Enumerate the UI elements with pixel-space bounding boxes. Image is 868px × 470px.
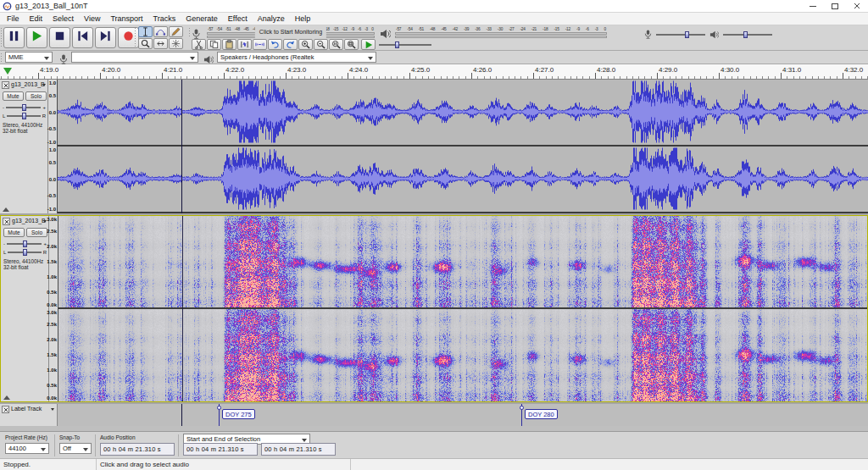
slider-thumb[interactable] — [22, 113, 26, 119]
slider-thumb[interactable] — [395, 41, 399, 48]
cut-button[interactable] — [192, 39, 206, 50]
timeline-ruler[interactable]: 4:19.04:20.04:21.04:22.04:23.04:24.04:25… — [0, 64, 868, 80]
snap-to-select[interactable]: Off — [59, 443, 92, 454]
collapse-button[interactable] — [3, 395, 10, 400]
slider-thumb[interactable] — [23, 241, 27, 247]
timeshift-tool-button[interactable] — [153, 38, 168, 49]
zoom-tool-button[interactable] — [138, 38, 153, 49]
spectrogram-canvas[interactable] — [58, 216, 867, 401]
play-at-speed-button[interactable] — [361, 39, 376, 50]
play-speed-slider[interactable] — [379, 44, 431, 46]
solo-button[interactable]: Solo — [25, 91, 47, 101]
menu-select[interactable]: Select — [47, 14, 79, 24]
menu-help[interactable]: Help — [290, 14, 316, 24]
pan-groove[interactable] — [8, 252, 41, 253]
project-rate-label: Project Rate (Hz) — [5, 434, 47, 440]
timeline-tick — [70, 76, 70, 79]
meter-scale-value: -27 — [509, 27, 514, 31]
waveform-canvas[interactable] — [58, 80, 868, 213]
timeline-tick — [372, 76, 373, 79]
toolbar-grip[interactable] — [0, 53, 3, 63]
zoom-fit-button[interactable] — [344, 39, 359, 50]
redo-button[interactable] — [283, 39, 298, 50]
track-name-menu[interactable]: g13_2013_B — [12, 218, 47, 226]
selection-start-field[interactable]: 00 h 04 m 21.310 s — [183, 443, 258, 456]
solo-button[interactable]: Solo — [26, 228, 47, 237]
menu-view[interactable]: View — [79, 14, 105, 24]
slider-thumb[interactable] — [22, 104, 26, 111]
slider-thumb[interactable] — [743, 31, 748, 38]
audio-host-select[interactable]: MME — [5, 52, 53, 63]
silence-button[interactable] — [253, 39, 267, 50]
transport-stop-button[interactable] — [49, 27, 70, 48]
menu-effect[interactable]: Effect — [223, 14, 253, 24]
audio-position-field[interactable]: 00 h 04 m 21.310 s — [100, 443, 175, 456]
mute-button[interactable]: Mute — [3, 228, 25, 237]
project-rate-select[interactable]: 44100 — [5, 443, 49, 454]
ruler-value: 0.0 — [49, 177, 56, 182]
timeline-label: 4:32.0 — [844, 66, 863, 74]
label-track-content[interactable]: DOY 275DOY 280 — [58, 404, 868, 426]
pan-slider[interactable]: L R — [1, 112, 47, 119]
menu-generate[interactable]: Generate — [181, 14, 223, 24]
track-close-button[interactable] — [3, 218, 10, 225]
trim-button[interactable] — [237, 39, 252, 50]
multi-tool-button[interactable] — [169, 38, 183, 49]
toolbar-grip[interactable] — [134, 27, 136, 48]
zoom-out-button[interactable] — [314, 39, 328, 50]
label-handle[interactable] — [520, 406, 524, 410]
timeline-tick — [75, 76, 76, 79]
paste-button[interactable] — [222, 39, 236, 50]
playback-meter[interactable]: -57-54-51-48-45-42-39-36-33-30-27-24-21-… — [395, 26, 607, 38]
maximize-button[interactable] — [824, 0, 846, 13]
device-toolbar: MME Speakers / Headphones (Realtek — [0, 51, 868, 64]
transport-pause-button[interactable] — [3, 27, 25, 48]
label-text[interactable]: DOY 280 — [525, 409, 558, 419]
toolbar-grip[interactable] — [188, 27, 191, 38]
collapse-button[interactable] — [3, 207, 9, 212]
menu-analyze[interactable]: Analyze — [253, 14, 290, 24]
label-text[interactable]: DOY 275 — [222, 409, 255, 419]
pan-slider[interactable]: L R — [2, 248, 48, 256]
label-handle[interactable] — [217, 406, 221, 410]
timeline-pin-icon[interactable] — [3, 68, 12, 75]
toolbar-grip[interactable] — [0, 27, 3, 48]
pan-groove[interactable] — [7, 115, 40, 117]
zoom-in-button[interactable] — [298, 39, 313, 50]
gain-slider[interactable]: - + — [2, 240, 48, 247]
slider-thumb[interactable] — [685, 31, 689, 38]
track-close-button[interactable] — [2, 406, 9, 413]
separator — [54, 434, 55, 456]
menu-edit[interactable]: Edit — [25, 14, 48, 24]
timeline-tick — [211, 76, 212, 79]
transport-skip-end-button[interactable] — [95, 27, 116, 48]
copy-button[interactable] — [207, 39, 221, 50]
track-name-menu[interactable]: g13_2013_B — [11, 81, 47, 90]
gain-groove[interactable] — [7, 243, 42, 245]
selection-end-field[interactable]: 00 h 04 m 21.310 s — [261, 443, 336, 456]
close-button[interactable] — [846, 0, 868, 13]
menu-tracks[interactable]: Tracks — [148, 14, 181, 24]
transport-skip-start-button[interactable] — [72, 27, 93, 48]
menu-file[interactable]: File — [2, 14, 25, 24]
undo-button[interactable] — [268, 39, 282, 50]
minimize-button[interactable] — [802, 0, 824, 13]
menu-transport[interactable]: Transport — [105, 14, 147, 24]
gain-groove[interactable] — [6, 107, 41, 108]
track-name-menu[interactable]: Label Track — [11, 406, 55, 414]
recording-device-select[interactable] — [71, 52, 198, 63]
timeline-tick — [379, 76, 380, 79]
meter-scale-value: -12 — [342, 27, 347, 31]
track-close-button[interactable] — [2, 81, 9, 89]
transport-play-button[interactable] — [26, 27, 47, 48]
slider-thumb[interactable] — [23, 249, 27, 256]
ruler-value: 1.0 — [49, 80, 56, 86]
gain-slider[interactable]: - + — [1, 103, 47, 111]
recording-volume-slider[interactable] — [656, 34, 705, 36]
ruler-value: 0.0k — [47, 395, 57, 401]
zoom-selection-button[interactable] — [329, 39, 343, 50]
timeline-tick — [205, 76, 206, 79]
mute-button[interactable]: Mute — [3, 91, 24, 101]
playback-device-select[interactable]: Speakers / Headphones (Realtek — [217, 52, 376, 63]
playback-volume-slider[interactable] — [723, 34, 772, 36]
